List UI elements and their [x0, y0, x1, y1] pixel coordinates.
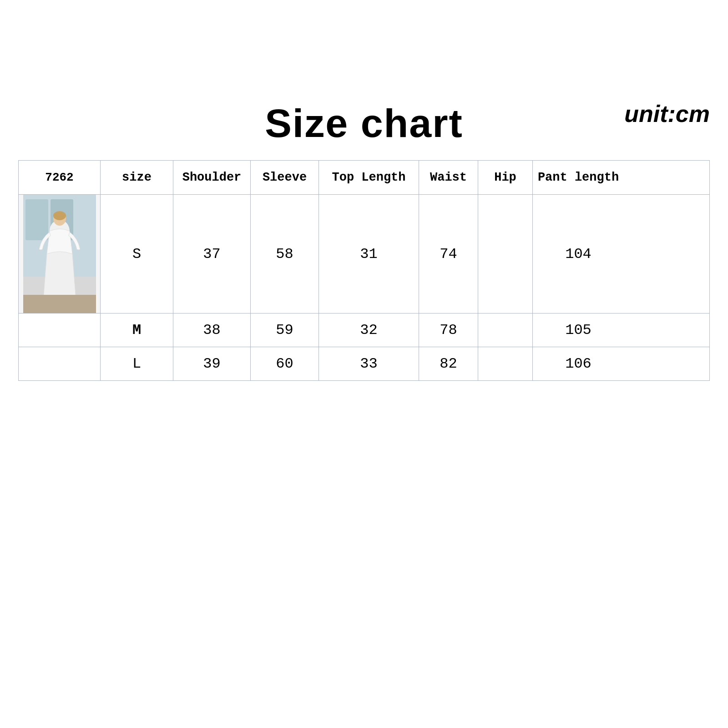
table-row: M 38 59 32 78 105	[19, 313, 709, 347]
pant-length-l: 106	[533, 347, 624, 380]
col-sleeve: Sleeve	[251, 161, 319, 194]
chart-header: 7262 size Shoulder Sleeve Top Length Wai…	[19, 161, 709, 195]
image-placeholder-l	[19, 347, 101, 380]
shoulder-s: 37	[173, 195, 251, 313]
product-id-cell: 7262	[19, 161, 101, 194]
size-s: S	[101, 195, 173, 313]
top-length-s: 31	[319, 195, 419, 313]
pant-length-s: 104	[533, 195, 624, 313]
hip-m	[478, 313, 533, 347]
unit-label: unit:cm	[624, 100, 710, 127]
shoulder-l: 39	[173, 347, 251, 380]
size-m: M	[101, 313, 173, 347]
top-length-m: 32	[319, 313, 419, 347]
table-row: L 39 60 33 82 106	[19, 347, 709, 380]
image-placeholder-m	[19, 313, 101, 347]
waist-s: 74	[419, 195, 478, 313]
col-pant-length: Pant length	[533, 161, 624, 194]
product-image-cell	[19, 195, 101, 313]
title-row: Size chart unit:cm	[0, 100, 728, 147]
sleeve-m: 59	[251, 313, 319, 347]
table-row: S 37 58 31 74 104	[19, 195, 709, 313]
col-top-length: Top Length	[319, 161, 419, 194]
hip-l	[478, 347, 533, 380]
size-l: L	[101, 347, 173, 380]
svg-rect-7	[23, 295, 96, 313]
waist-m: 78	[419, 313, 478, 347]
sleeve-l: 60	[251, 347, 319, 380]
pant-length-m: 105	[533, 313, 624, 347]
svg-rect-2	[25, 199, 48, 240]
col-waist: Waist	[419, 161, 478, 194]
waist-l: 82	[419, 347, 478, 380]
col-size: size	[101, 161, 173, 194]
col-hip: Hip	[478, 161, 533, 194]
chart-title: Size chart	[265, 100, 463, 147]
size-chart: 7262 size Shoulder Sleeve Top Length Wai…	[18, 160, 710, 381]
page-wrapper: Size chart unit:cm 7262 size Shoulder Sl…	[0, 0, 728, 728]
top-length-l: 33	[319, 347, 419, 380]
shoulder-m: 38	[173, 313, 251, 347]
svg-point-6	[53, 211, 66, 220]
col-shoulder: Shoulder	[173, 161, 251, 194]
sleeve-s: 58	[251, 195, 319, 313]
product-image	[23, 195, 96, 313]
hip-s	[478, 195, 533, 313]
